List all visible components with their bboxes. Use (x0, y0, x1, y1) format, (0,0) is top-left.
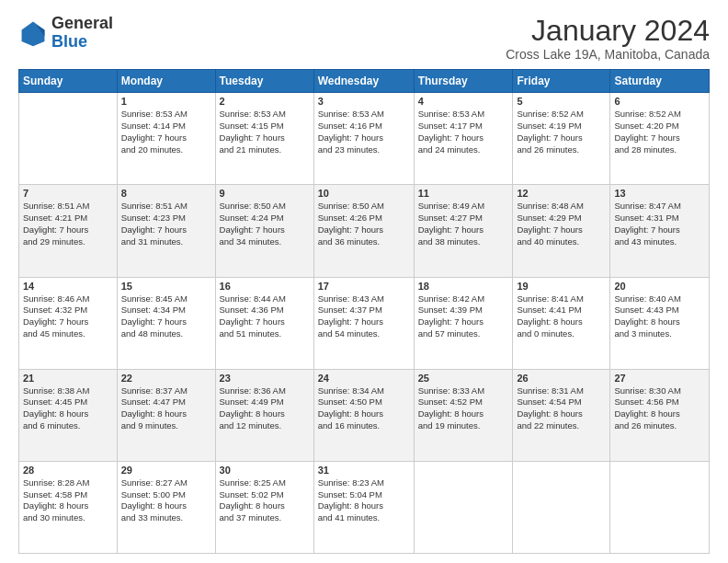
calendar-cell: 3Sunrise: 8:53 AM Sunset: 4:16 PM Daylig… (313, 93, 414, 185)
calendar-cell: 2Sunrise: 8:53 AM Sunset: 4:15 PM Daylig… (215, 93, 313, 185)
calendar-cell: 7Sunrise: 8:51 AM Sunset: 4:21 PM Daylig… (19, 185, 118, 277)
location: Cross Lake 19A, Manitoba, Canada (506, 47, 710, 62)
calendar-cell: 19Sunrise: 8:41 AM Sunset: 4:41 PM Dayli… (513, 277, 610, 369)
day-number: 17 (318, 281, 410, 292)
day-details: Sunrise: 8:23 AM Sunset: 5:04 PM Dayligh… (318, 477, 410, 524)
day-details: Sunrise: 8:53 AM Sunset: 4:15 PM Dayligh… (220, 109, 310, 155)
day-details: Sunrise: 8:43 AM Sunset: 4:37 PM Dayligh… (318, 293, 410, 340)
day-number: 1 (121, 96, 211, 107)
day-number: 11 (418, 188, 509, 199)
calendar-cell (513, 461, 610, 553)
day-number: 16 (220, 281, 310, 292)
day-number: 9 (220, 188, 310, 199)
calendar-cell: 26Sunrise: 8:31 AM Sunset: 4:54 PM Dayli… (513, 369, 610, 461)
day-number: 24 (318, 373, 410, 384)
day-number: 20 (614, 281, 705, 292)
calendar-cell: 5Sunrise: 8:52 AM Sunset: 4:19 PM Daylig… (513, 93, 610, 185)
day-details: Sunrise: 8:50 AM Sunset: 4:26 PM Dayligh… (318, 201, 410, 247)
day-details: Sunrise: 8:48 AM Sunset: 4:29 PM Dayligh… (517, 201, 606, 247)
day-details: Sunrise: 8:50 AM Sunset: 4:24 PM Dayligh… (220, 201, 310, 247)
calendar-week-5: 28Sunrise: 8:28 AM Sunset: 4:58 PM Dayli… (19, 461, 710, 553)
calendar-cell: 16Sunrise: 8:44 AM Sunset: 4:36 PM Dayli… (215, 277, 313, 369)
calendar-cell: 17Sunrise: 8:43 AM Sunset: 4:37 PM Dayli… (313, 277, 414, 369)
svg-marker-0 (22, 21, 45, 46)
day-header-monday: Monday (117, 70, 215, 93)
calendar-cell: 12Sunrise: 8:48 AM Sunset: 4:29 PM Dayli… (513, 185, 610, 277)
calendar-cell: 18Sunrise: 8:42 AM Sunset: 4:39 PM Dayli… (414, 277, 513, 369)
day-number: 12 (517, 188, 606, 199)
day-details: Sunrise: 8:36 AM Sunset: 4:49 PM Dayligh… (220, 385, 310, 432)
day-number: 6 (614, 96, 705, 107)
day-header-wednesday: Wednesday (313, 70, 414, 93)
day-number: 4 (418, 96, 509, 107)
day-details: Sunrise: 8:52 AM Sunset: 4:19 PM Dayligh… (517, 109, 606, 155)
logo-icon (18, 18, 48, 48)
day-details: Sunrise: 8:42 AM Sunset: 4:39 PM Dayligh… (418, 293, 509, 340)
day-number: 19 (517, 281, 606, 292)
day-number: 13 (614, 188, 705, 199)
calendar-cell: 13Sunrise: 8:47 AM Sunset: 4:31 PM Dayli… (610, 185, 710, 277)
calendar-cell (414, 461, 513, 553)
day-details: Sunrise: 8:37 AM Sunset: 4:47 PM Dayligh… (121, 385, 211, 432)
day-number: 23 (220, 373, 310, 384)
calendar-cell: 10Sunrise: 8:50 AM Sunset: 4:26 PM Dayli… (313, 185, 414, 277)
day-number: 27 (614, 373, 705, 384)
day-details: Sunrise: 8:46 AM Sunset: 4:32 PM Dayligh… (23, 293, 113, 340)
calendar-week-2: 7Sunrise: 8:51 AM Sunset: 4:21 PM Daylig… (19, 185, 710, 277)
day-number: 29 (121, 465, 211, 476)
calendar-cell: 31Sunrise: 8:23 AM Sunset: 5:04 PM Dayli… (313, 461, 414, 553)
day-header-thursday: Thursday (414, 70, 513, 93)
day-number: 5 (517, 96, 606, 107)
day-header-saturday: Saturday (610, 70, 710, 93)
calendar-week-4: 21Sunrise: 8:38 AM Sunset: 4:45 PM Dayli… (19, 369, 710, 461)
calendar-cell: 20Sunrise: 8:40 AM Sunset: 4:43 PM Dayli… (610, 277, 710, 369)
calendar-cell: 25Sunrise: 8:33 AM Sunset: 4:52 PM Dayli… (414, 369, 513, 461)
calendar-table: SundayMondayTuesdayWednesdayThursdayFrid… (18, 69, 710, 554)
calendar-cell: 14Sunrise: 8:46 AM Sunset: 4:32 PM Dayli… (19, 277, 118, 369)
day-header-tuesday: Tuesday (215, 70, 313, 93)
day-number: 18 (418, 281, 509, 292)
day-number: 22 (121, 373, 211, 384)
day-details: Sunrise: 8:53 AM Sunset: 4:17 PM Dayligh… (418, 109, 509, 155)
calendar-cell: 1Sunrise: 8:53 AM Sunset: 4:14 PM Daylig… (117, 93, 215, 185)
day-number: 14 (23, 281, 113, 292)
logo: General Blue (18, 15, 113, 52)
day-header-friday: Friday (513, 70, 610, 93)
day-number: 21 (23, 373, 113, 384)
day-number: 3 (318, 96, 410, 107)
calendar-cell: 9Sunrise: 8:50 AM Sunset: 4:24 PM Daylig… (215, 185, 313, 277)
day-details: Sunrise: 8:40 AM Sunset: 4:43 PM Dayligh… (614, 293, 705, 340)
header: General Blue January 2024 Cross Lake 19A… (18, 15, 710, 62)
page: General Blue January 2024 Cross Lake 19A… (0, 0, 728, 563)
calendar-cell: 24Sunrise: 8:34 AM Sunset: 4:50 PM Dayli… (313, 369, 414, 461)
calendar-cell (610, 461, 710, 553)
day-number: 7 (23, 188, 113, 199)
calendar-cell: 15Sunrise: 8:45 AM Sunset: 4:34 PM Dayli… (117, 277, 215, 369)
day-details: Sunrise: 8:27 AM Sunset: 5:00 PM Dayligh… (121, 477, 211, 524)
logo-text: General Blue (51, 15, 113, 52)
month-title: January 2024 (506, 15, 710, 47)
calendar-cell: 23Sunrise: 8:36 AM Sunset: 4:49 PM Dayli… (215, 369, 313, 461)
day-details: Sunrise: 8:51 AM Sunset: 4:23 PM Dayligh… (121, 201, 211, 247)
calendar-cell: 28Sunrise: 8:28 AM Sunset: 4:58 PM Dayli… (19, 461, 118, 553)
day-number: 15 (121, 281, 211, 292)
day-details: Sunrise: 8:31 AM Sunset: 4:54 PM Dayligh… (517, 385, 606, 432)
day-details: Sunrise: 8:28 AM Sunset: 4:58 PM Dayligh… (23, 477, 113, 524)
calendar-cell: 8Sunrise: 8:51 AM Sunset: 4:23 PM Daylig… (117, 185, 215, 277)
day-details: Sunrise: 8:53 AM Sunset: 4:14 PM Dayligh… (121, 109, 211, 155)
calendar-cell: 29Sunrise: 8:27 AM Sunset: 5:00 PM Dayli… (117, 461, 215, 553)
calendar-header-row: SundayMondayTuesdayWednesdayThursdayFrid… (19, 70, 710, 93)
day-number: 30 (220, 465, 310, 476)
calendar-cell: 4Sunrise: 8:53 AM Sunset: 4:17 PM Daylig… (414, 93, 513, 185)
day-details: Sunrise: 8:44 AM Sunset: 4:36 PM Dayligh… (220, 293, 310, 340)
calendar-cell: 22Sunrise: 8:37 AM Sunset: 4:47 PM Dayli… (117, 369, 215, 461)
calendar-cell: 30Sunrise: 8:25 AM Sunset: 5:02 PM Dayli… (215, 461, 313, 553)
day-details: Sunrise: 8:53 AM Sunset: 4:16 PM Dayligh… (318, 109, 410, 155)
day-details: Sunrise: 8:41 AM Sunset: 4:41 PM Dayligh… (517, 293, 606, 340)
calendar-cell: 11Sunrise: 8:49 AM Sunset: 4:27 PM Dayli… (414, 185, 513, 277)
calendar-cell: 6Sunrise: 8:52 AM Sunset: 4:20 PM Daylig… (610, 93, 710, 185)
day-number: 28 (23, 465, 113, 476)
day-header-sunday: Sunday (19, 70, 118, 93)
day-details: Sunrise: 8:51 AM Sunset: 4:21 PM Dayligh… (23, 201, 113, 247)
day-number: 2 (220, 96, 310, 107)
